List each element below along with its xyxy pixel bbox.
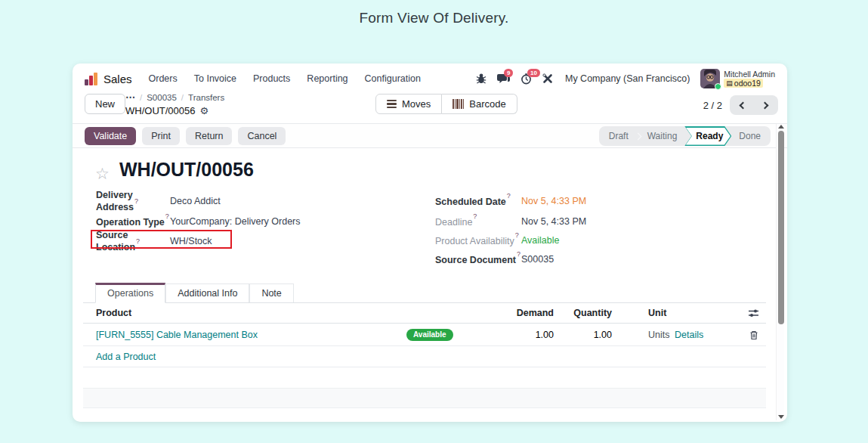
menu-orders[interactable]: Orders [149,73,178,84]
source-document-value[interactable]: S00035 [521,254,554,265]
pager: 2 / 2 [703,95,778,115]
avatar [700,69,720,88]
field-operation-type: Operation Type? YourCompany: Delivery Or… [96,215,301,228]
favorite-star-icon[interactable]: ☆ [95,165,110,183]
operation-type-value[interactable]: YourCompany: Delivery Orders [170,216,301,227]
operations-table: Product Demand Quantity Unit [FURN_5555]… [83,303,766,408]
record-title: WH/OUT/00056 [119,159,254,181]
field-delivery-address: Delivery Address? Deco Addict [96,195,221,207]
pager-next-button[interactable] [754,95,778,115]
control-panel: New ⋯ / S00035 / Transfers WH/OUT/00056 … [73,89,787,123]
breadcrumb-transfers[interactable]: Transfers [188,93,224,102]
col-product[interactable]: Product [96,303,131,324]
statusbar: Draft Waiting Ready Done [599,126,771,146]
tab-operations[interactable]: Operations [95,283,165,303]
help-icon: ? [517,250,520,258]
pager-previous-button[interactable] [730,95,754,115]
col-quantity[interactable]: Quantity [551,303,612,324]
gear-icon[interactable]: ⚙ [199,105,209,116]
pager-count: 2 / 2 [703,100,722,111]
new-button[interactable]: New [85,94,125,114]
menu-to-invoice[interactable]: To Invoice [194,73,236,84]
help-icon: ? [136,237,140,245]
status-step-ready[interactable]: Ready [684,126,731,146]
status-step-waiting[interactable]: Waiting [639,126,686,146]
scheduled-date-value[interactable]: Nov 5, 4:33 PM [521,196,586,206]
field-source-document: Source Document? S00035 [435,253,554,265]
field-product-availability: Product Availability? Available [435,234,560,246]
field-deadline: Deadline? Nov 5, 4:33 PM [435,215,586,228]
table-header: Product Demand Quantity Unit [83,303,766,324]
activities-clock-icon[interactable]: 10 [520,73,532,85]
help-icon: ? [507,192,511,200]
validate-button[interactable]: Validate [85,127,136,145]
menu-configuration[interactable]: Configuration [365,73,421,84]
tools-icon[interactable] [542,73,553,84]
field-source-location: Source Location? WH/Stock [96,235,212,247]
messages-count-badge: 9 [504,69,513,78]
help-icon: ? [515,231,519,239]
quantity-cell[interactable]: 1.00 [551,324,612,346]
help-icon: ? [473,212,477,220]
menu-reporting[interactable]: Reporting [307,73,348,84]
breadcrumb-s00035[interactable]: S00035 [147,93,177,102]
tab-note[interactable]: Note [249,283,293,302]
scroll-down-arrow-icon[interactable] [778,415,784,419]
chevron-left-icon [740,101,747,109]
company-switcher[interactable]: My Company (San Francisco) [565,73,690,84]
col-demand[interactable]: Demand [461,303,554,324]
deadline-value: Nov 5, 4:33 PM [521,216,586,227]
help-icon: ? [165,212,169,220]
table-row[interactable]: [FURN_5555] Cable Management Box Availab… [83,324,766,346]
add-product-row: Add a Product [83,346,766,367]
messages-icon[interactable]: 9 [497,73,510,85]
breadcrumb: ⋯ / S00035 / Transfers WH/OUT/00056 ⚙ [125,91,224,116]
availability-badge: Available [406,329,453,341]
status-step-done[interactable]: Done [731,126,769,146]
add-product-link[interactable]: Add a Product [96,346,156,367]
activities-count-badge: 10 [527,69,540,78]
return-button[interactable]: Return [186,127,233,145]
product-link[interactable]: [FURN_5555] Cable Management Box [96,324,258,346]
details-link[interactable]: Details [675,324,703,346]
unit-cell: Units [648,324,669,346]
breadcrumb-current: WH/OUT/00056 [125,105,195,116]
barcode-button[interactable]: Barcode [442,94,517,114]
systray: 9 10 My Company (San Fran [476,69,775,88]
sales-app-icon[interactable] [85,73,97,85]
cancel-button[interactable]: Cancel [238,127,286,145]
source-location-value[interactable]: WH/Stock [170,236,212,246]
print-button[interactable]: Print [142,127,180,145]
user-menu[interactable]: Mitchell Admin ▤odoo19 [700,69,775,88]
database-icon: ▤ [726,79,733,87]
env-badge: ▤odoo19 [724,79,763,88]
barcode-icon [453,99,464,109]
col-unit[interactable]: Unit [648,303,666,324]
delete-row-icon[interactable] [749,330,758,339]
user-name: Mitchell Admin [724,70,775,79]
odoo-window: Sales Orders To Invoice Products Reporti… [73,64,787,422]
moves-button[interactable]: Moves [375,94,442,114]
demand-cell[interactable]: 1.00 [461,324,554,346]
notebook-tabs: Operations Additional Info Note [83,281,766,303]
status-step-draft[interactable]: Draft [601,126,637,146]
menu-products[interactable]: Products [253,73,290,84]
bug-icon[interactable] [476,73,487,84]
top-nav: Sales Orders To Invoice Products Reporti… [73,64,787,89]
help-icon: ? [134,197,138,205]
optional-columns-icon[interactable] [749,308,758,318]
empty-row-shaded [83,389,766,408]
vertical-scrollbar[interactable] [776,124,784,420]
app-menu-sales[interactable]: Sales [103,73,132,85]
chevron-right-icon [761,101,769,109]
product-availability-value: Available [521,235,560,246]
list-icon [387,100,397,108]
view-switcher: Moves Barcode [375,94,517,114]
field-scheduled-date: Scheduled Date? Nov 5, 4:33 PM [435,195,586,207]
breadcrumb-ellipsis[interactable]: ⋯ [125,91,135,103]
tab-additional-info[interactable]: Additional Info [165,283,249,302]
scroll-up-arrow-icon[interactable] [778,125,784,129]
page-title: Form View Of Delivery. [0,10,868,26]
delivery-address-value[interactable]: Deco Addict [170,196,221,206]
scrollbar-thumb[interactable] [778,131,784,324]
